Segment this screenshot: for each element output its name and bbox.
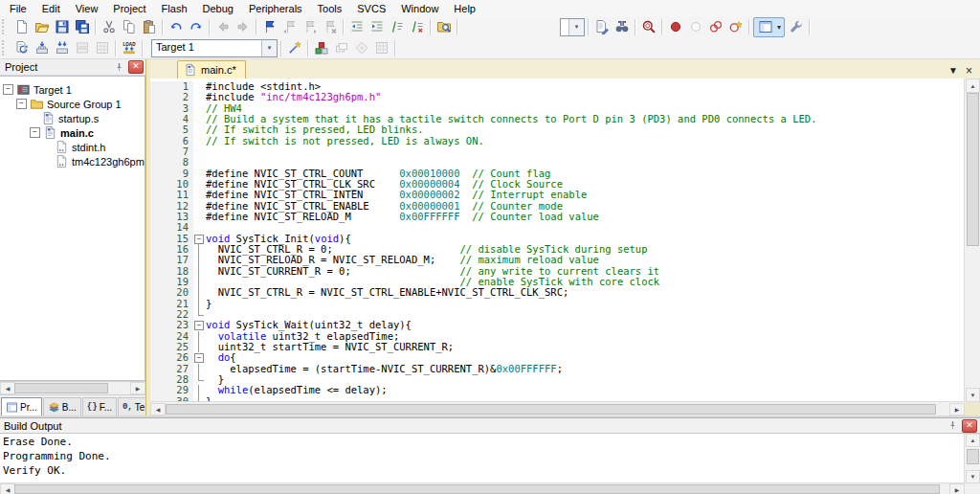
unindent-icon[interactable] bbox=[346, 18, 367, 36]
scroll-thumb[interactable] bbox=[967, 93, 979, 246]
pin-icon[interactable] bbox=[113, 61, 125, 74]
fold-toggle-icon[interactable] bbox=[193, 320, 206, 330]
tree-item-target-1[interactable]: −Target 1 bbox=[0, 82, 145, 97]
close-build-output-button[interactable]: ✕ bbox=[962, 419, 977, 433]
fold-toggle-icon[interactable] bbox=[193, 352, 206, 363]
open-file-icon[interactable] bbox=[32, 18, 52, 36]
wand-icon[interactable] bbox=[284, 39, 304, 57]
uncomment-icon[interactable] bbox=[407, 18, 427, 36]
tree-expander-icon[interactable]: − bbox=[3, 84, 13, 95]
menu-project[interactable]: Project bbox=[105, 2, 153, 15]
tree-item-stdint-h[interactable]: stdint.h bbox=[0, 140, 145, 154]
build-output-hscrollbar[interactable]: ◀ ▶ bbox=[0, 483, 980, 494]
undo-icon[interactable] bbox=[166, 18, 186, 36]
panel-tab-b[interactable]: B... bbox=[43, 397, 81, 415]
window-layout-icon[interactable] bbox=[755, 18, 775, 36]
rebuild-icon[interactable] bbox=[52, 39, 72, 57]
window-layout-selected[interactable]: ▾ bbox=[753, 17, 785, 37]
cut-icon[interactable] bbox=[99, 18, 119, 36]
line-number: 8 bbox=[150, 157, 193, 168]
scroll-down-icon[interactable]: ▼ bbox=[966, 388, 980, 402]
save-icon[interactable] bbox=[52, 18, 72, 36]
build-output-vscrollbar[interactable]: ▲ ▼ bbox=[964, 434, 980, 483]
menu-svcs[interactable]: SVCS bbox=[349, 2, 393, 15]
project-hscrollbar[interactable]: ◀ ▶ bbox=[0, 381, 145, 394]
scroll-thumb[interactable] bbox=[14, 484, 940, 494]
menu-peripherals[interactable]: Peripherals bbox=[241, 2, 310, 15]
panel-tab-pr[interactable]: Pr... bbox=[1, 397, 42, 415]
indent-icon[interactable] bbox=[367, 18, 387, 36]
scroll-thumb[interactable] bbox=[14, 383, 108, 393]
menu-window[interactable]: Window bbox=[393, 2, 446, 15]
scroll-left-icon[interactable]: ◀ bbox=[0, 483, 15, 494]
comment-icon[interactable] bbox=[387, 18, 407, 36]
save-all-icon[interactable] bbox=[72, 18, 92, 36]
editor-vscrollbar[interactable]: ▲ ▼ bbox=[964, 79, 980, 402]
menu-tools[interactable]: Tools bbox=[310, 2, 350, 15]
menu-file[interactable]: File bbox=[2, 2, 34, 15]
find-symbol-icon[interactable] bbox=[638, 18, 658, 36]
chevron-down-icon[interactable]: ▾ bbox=[568, 19, 584, 35]
search-document-icon[interactable] bbox=[591, 18, 612, 36]
chevron-down-icon[interactable]: ▾ bbox=[261, 40, 277, 56]
menu-flash[interactable]: Flash bbox=[154, 2, 195, 15]
toolbar-grip[interactable] bbox=[2, 40, 9, 56]
chevron-down-icon[interactable]: ▾ bbox=[775, 23, 783, 32]
load-icon[interactable]: LOAD bbox=[119, 39, 139, 57]
scroll-down-icon[interactable]: ▼ bbox=[966, 470, 980, 483]
find-in-files-icon[interactable] bbox=[434, 18, 454, 36]
mesh-icon bbox=[371, 39, 391, 57]
breakpoint-kill-all-icon[interactable] bbox=[725, 18, 746, 36]
editor-hscrollbar[interactable]: ◀ ▶ bbox=[150, 401, 965, 415]
close-tab-icon[interactable]: × bbox=[966, 66, 972, 76]
build-output-log[interactable]: Erase Done.Programming Done.Verify OK. bbox=[0, 434, 965, 483]
scroll-right-icon[interactable]: ▶ bbox=[949, 403, 965, 415]
tree-item-tm4c123gh6pm[interactable]: tm4c123gh6pm bbox=[0, 154, 145, 168]
undo-icon bbox=[168, 19, 184, 34]
rte-icon[interactable] bbox=[311, 39, 331, 57]
wrench-icon[interactable] bbox=[786, 18, 806, 36]
paste-icon[interactable] bbox=[139, 18, 159, 36]
tree-expander-icon[interactable]: − bbox=[16, 99, 27, 109]
code-editor[interactable]: 1#include <stdint.h>2#include "inc/tm4c1… bbox=[150, 79, 965, 402]
breakpoint-icon[interactable] bbox=[665, 18, 685, 36]
fold-toggle-icon[interactable] bbox=[193, 234, 206, 244]
toolbar-grip[interactable] bbox=[2, 19, 9, 34]
scroll-right-icon[interactable]: ▶ bbox=[949, 483, 965, 494]
redo-icon[interactable] bbox=[186, 18, 206, 36]
tab-main-c[interactable]: main.c* bbox=[177, 60, 246, 79]
tab-list-chevron-icon[interactable]: ▼ bbox=[948, 66, 958, 76]
tree-item-startup-s[interactable]: startup.s bbox=[0, 111, 145, 125]
menu-view[interactable]: View bbox=[68, 2, 106, 15]
scroll-thumb[interactable] bbox=[166, 404, 936, 415]
tree-item-main-c[interactable]: −main.c bbox=[0, 125, 145, 140]
search-combo[interactable]: ▾ bbox=[560, 18, 585, 36]
scroll-left-icon[interactable]: ◀ bbox=[150, 403, 166, 415]
wand-icon bbox=[287, 40, 302, 56]
copy-icon[interactable] bbox=[119, 18, 139, 36]
close-project-panel-button[interactable]: ✕ bbox=[128, 60, 144, 74]
menu-edit[interactable]: Edit bbox=[34, 2, 68, 15]
tree-item-label: stdint.h bbox=[72, 141, 105, 153]
binoculars-icon[interactable] bbox=[612, 18, 632, 36]
fold-margin bbox=[193, 212, 206, 222]
pin-icon[interactable] bbox=[947, 419, 959, 432]
new-file-icon[interactable] bbox=[11, 18, 32, 36]
panel-tab-f[interactable]: {}F... bbox=[82, 397, 117, 415]
scroll-up-icon[interactable]: ▲ bbox=[966, 79, 980, 93]
menu-help[interactable]: Help bbox=[446, 2, 483, 15]
scroll-thumb[interactable] bbox=[967, 449, 979, 464]
scroll-up-icon[interactable]: ▲ bbox=[966, 434, 980, 447]
bookmark-icon[interactable] bbox=[259, 18, 279, 36]
tree-expander-icon[interactable]: − bbox=[30, 127, 40, 138]
mesh-icon bbox=[374, 40, 390, 56]
translate-icon[interactable] bbox=[11, 39, 32, 57]
scroll-left-icon[interactable]: ◀ bbox=[0, 382, 15, 394]
build-icon[interactable] bbox=[32, 39, 52, 57]
tree-item-source-group-1[interactable]: −Source Group 1 bbox=[0, 97, 145, 111]
scroll-right-icon[interactable]: ▶ bbox=[130, 382, 145, 394]
target-select[interactable]: Target 1▾ bbox=[151, 39, 278, 57]
breakpoint-disable-all-icon[interactable] bbox=[705, 18, 725, 36]
project-tree[interactable]: −Target 1−Source Group 1startup.s−main.c… bbox=[0, 76, 145, 381]
menu-debug[interactable]: Debug bbox=[195, 2, 241, 15]
